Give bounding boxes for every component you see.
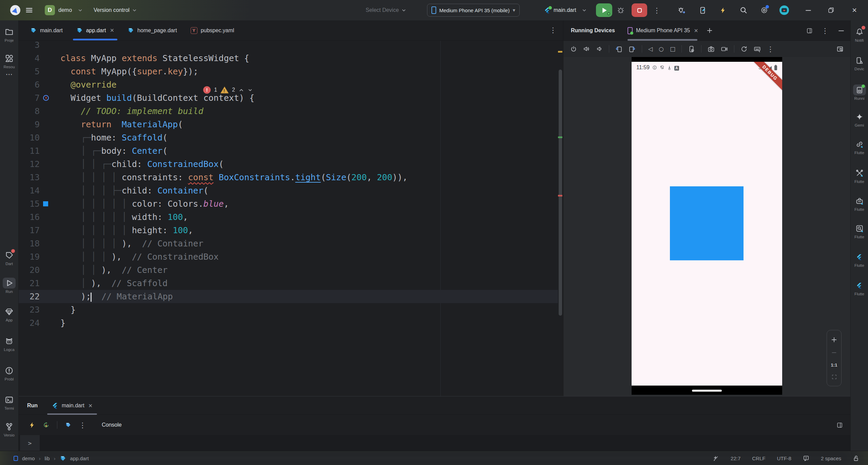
code-line-9[interactable]: 9 return MaterialApp( <box>19 118 558 131</box>
main-menu-button[interactable] <box>25 0 33 20</box>
code-line-19[interactable]: 19 │ │ │ ), // ConstrainedBox <box>19 250 558 263</box>
stop-button[interactable] <box>632 3 647 17</box>
tab-options-button[interactable]: ⋮ <box>549 26 557 34</box>
code-line-11[interactable]: 11 │ ┌─body: Center( <box>19 144 558 157</box>
console-output[interactable]: > <box>19 435 850 451</box>
tool-strip-item-Notifi[interactable]: Notifi <box>851 26 868 42</box>
info-mark[interactable] <box>558 136 562 138</box>
tool-strip-item-Logca[interactable]: Logca <box>0 336 18 352</box>
device-mirror-icon[interactable] <box>699 0 707 20</box>
code-line-17[interactable]: 17 │ │ │ │ │ height: 100, <box>19 224 558 237</box>
console-prompt[interactable]: > <box>20 435 40 451</box>
tool-strip-item-Termi[interactable]: Termi <box>0 394 18 410</box>
settings-gear-icon[interactable] <box>760 0 768 20</box>
code-line-6[interactable]: 6 @override <box>19 78 558 91</box>
ai-assistant-off-icon[interactable] <box>713 455 719 462</box>
debug-button[interactable] <box>617 0 625 20</box>
volume-up-button[interactable] <box>583 45 590 52</box>
soft-keyboard-button[interactable] <box>754 45 761 53</box>
tool-strip-item-Flutte[interactable]: Flutte <box>851 280 868 296</box>
hot-reload-button[interactable] <box>29 422 35 428</box>
tool-strip-item-Flutte[interactable]: Flutte <box>851 139 868 155</box>
layout-settings-icon[interactable] <box>836 422 843 428</box>
record-button[interactable] <box>721 45 728 53</box>
tool-strip-item-Probl[interactable]: Probl <box>0 365 18 381</box>
close-icon[interactable]: × <box>89 402 93 410</box>
close-icon[interactable]: × <box>694 27 698 35</box>
tool-strip-item-App[interactable]: App <box>0 306 18 322</box>
file-encoding[interactable]: UTF-8 <box>777 455 791 461</box>
overview-button[interactable]: □ <box>670 46 675 52</box>
zoom-actual-button[interactable]: 1:1 <box>831 362 837 368</box>
back-button[interactable]: ◁ <box>648 46 653 52</box>
color-swatch[interactable] <box>43 201 48 206</box>
vcs-widget[interactable]: Version control <box>94 0 137 20</box>
hot-restart-button[interactable] <box>43 422 50 428</box>
code-line-5[interactable]: 5 const MyApp({super.key}); <box>19 65 558 78</box>
project-widget[interactable]: D demo <box>45 0 83 20</box>
search-icon[interactable] <box>740 0 747 20</box>
fit-screen-button[interactable] <box>831 374 837 380</box>
run-tab[interactable]: main.dart × <box>47 396 97 415</box>
breadcrumb[interactable]: demo › lib › app.dart <box>14 451 89 465</box>
restart-button[interactable] <box>740 45 748 53</box>
console-tab[interactable]: Console <box>102 422 122 428</box>
next-problem-button[interactable] <box>248 88 253 93</box>
code-line-15[interactable]: 15 │ │ │ │ │ color: Colors.blue, <box>19 197 558 210</box>
power-button[interactable] <box>570 45 577 52</box>
tool-strip-item-Runni[interactable]: Runni <box>851 85 868 100</box>
indent-size[interactable]: 2 spaces <box>821 455 841 461</box>
tool-strip-item-Flutte[interactable]: Flutte <box>851 168 868 184</box>
panel-options-button[interactable]: ⋮ <box>822 27 829 34</box>
code-line-18[interactable]: 18 │ │ │ │ ), // Container <box>19 237 558 250</box>
more-run-actions-button[interactable]: ⋮ <box>653 0 660 20</box>
warning-mark[interactable] <box>558 51 562 53</box>
window-restore-button[interactable] <box>828 0 834 20</box>
code-line-20[interactable]: 20 │ │ ), // Center <box>19 263 558 277</box>
tool-strip-item-Gemi[interactable]: Gemi <box>851 111 868 127</box>
code-line-16[interactable]: 16 │ │ │ │ │ width: 100, <box>19 210 558 224</box>
code-line-4[interactable]: 4class MyApp extends StatelessWidget { <box>19 52 558 65</box>
code-line-14[interactable]: 14 │ │ │ ├─child: Container( <box>19 184 558 197</box>
inspect-button[interactable] <box>836 45 844 53</box>
code-line-22[interactable]: 22 ); // MaterialApp <box>19 290 558 303</box>
run-button[interactable] <box>596 3 612 17</box>
unlock-icon[interactable] <box>853 455 859 462</box>
line-ending[interactable]: CRLF <box>752 455 765 461</box>
code-line-8[interactable]: 8 // TODO: implement build <box>19 105 558 118</box>
dart-devtools-button[interactable] <box>65 422 72 428</box>
tab-home_page.dart[interactable]: home_page.dart <box>121 20 184 40</box>
tool-strip-item-Dart[interactable]: Dart <box>0 250 18 266</box>
close-icon[interactable]: × <box>110 26 114 34</box>
maximize-panel-icon[interactable] <box>806 27 813 34</box>
notification-balloon-icon[interactable] <box>803 455 809 462</box>
zoom-out-button[interactable] <box>831 350 837 356</box>
tool-strip-item-Versio[interactable]: Versio <box>0 421 18 437</box>
window-minimize-button[interactable] <box>805 0 812 20</box>
scrollbar-thumb[interactable] <box>559 70 562 316</box>
rotate-right-button[interactable] <box>629 45 636 53</box>
more-options-button[interactable]: ⋮ <box>79 422 86 429</box>
avatar[interactable] <box>779 0 789 20</box>
code-line-12[interactable]: 12 │ │ ┌─child: ConstrainedBox( <box>19 157 558 171</box>
new-tab-button[interactable] <box>706 27 713 34</box>
select-device-dropdown[interactable]: Select Device <box>366 0 406 20</box>
device-tab[interactable]: Medium Phone API 35 × <box>628 20 713 41</box>
code-line-3[interactable]: 3 <box>19 41 558 52</box>
window-close-button[interactable]: × <box>852 0 857 20</box>
emulator-screen[interactable]: 11:59 A 3G DEBUG <box>632 62 782 386</box>
attach-debugger-icon[interactable] <box>678 0 686 20</box>
tab-main.dart[interactable]: main.dart <box>23 20 70 40</box>
zoom-in-button[interactable] <box>831 336 837 343</box>
error-mark[interactable] <box>558 195 562 197</box>
tab-app.dart[interactable]: app.dart× <box>70 20 121 40</box>
tool-strip-item-Proje[interactable]: Proje <box>0 26 18 42</box>
tool-strip-item-Flutte[interactable]: Flutte <box>851 223 868 239</box>
bolt-icon[interactable] <box>720 0 726 20</box>
camera-button[interactable] <box>708 45 715 53</box>
home-button[interactable]: ○ <box>659 46 664 52</box>
volume-down-button[interactable] <box>596 45 603 52</box>
tool-strip-item-Flutte[interactable]: Flutte <box>851 196 868 211</box>
tool-strip-item-Devic[interactable]: Devic <box>851 55 868 71</box>
run-config-dropdown[interactable]: main.dart <box>544 0 587 20</box>
